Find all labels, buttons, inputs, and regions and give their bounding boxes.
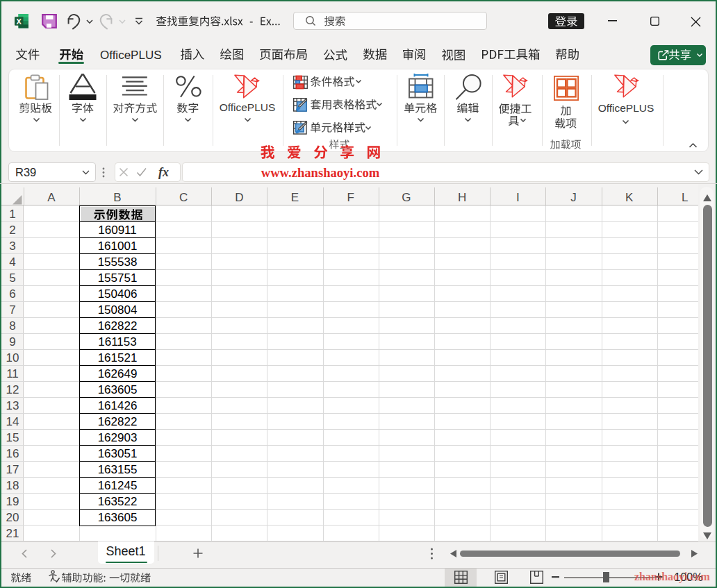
svg-text:X: X <box>17 17 22 26</box>
